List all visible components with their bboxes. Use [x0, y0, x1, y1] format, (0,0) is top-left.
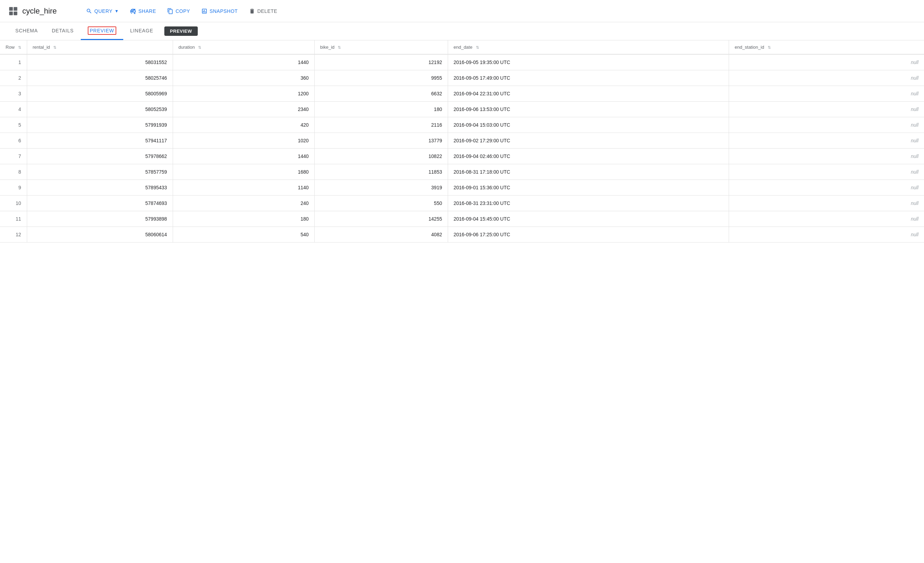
query-label: QUERY	[94, 8, 112, 14]
sort-icon-row: ⇅	[18, 45, 21, 49]
share-label: SHARE	[138, 8, 156, 14]
svg-rect-2	[9, 12, 12, 15]
cell-duration: 420	[172, 117, 314, 133]
table-row: 1580315521440121922016-09-05 19:35:00 UT…	[0, 54, 924, 70]
col-header-bike-id: bike_id ⇅	[314, 40, 448, 54]
cell-end_date: 2016-09-06 13:53:00 UTC	[448, 102, 729, 117]
cell-row: 4	[0, 102, 27, 117]
svg-point-6	[134, 13, 135, 14]
tab-details[interactable]: DETAILS	[45, 22, 81, 40]
cell-end_station_id: null	[729, 227, 924, 243]
copy-icon	[167, 8, 173, 14]
cell-rental_id: 57874693	[27, 196, 172, 211]
cell-end_date: 2016-09-06 17:25:00 UTC	[448, 227, 729, 243]
table-row: 10578746932405502016-08-31 23:31:00 UTCn…	[0, 196, 924, 211]
svg-rect-1	[14, 7, 17, 10]
cell-rental_id: 57993898	[27, 211, 172, 227]
cell-bike_id: 14255	[314, 211, 448, 227]
share-button[interactable]: SHARE	[126, 5, 160, 17]
table-row: 6579411171020137792016-09-02 17:29:00 UT…	[0, 133, 924, 148]
table-row: 957895433114039192016-09-01 15:36:00 UTC…	[0, 180, 924, 196]
svg-rect-3	[14, 12, 17, 15]
delete-button[interactable]: DELETE	[245, 5, 281, 17]
cell-end_date: 2016-09-04 02:46:00 UTC	[448, 148, 729, 164]
cell-rental_id: 58031552	[27, 54, 172, 70]
cell-end_date: 2016-09-05 17:49:00 UTC	[448, 70, 729, 86]
page-title: cycle_hire	[22, 7, 57, 16]
cell-end_station_id: null	[729, 148, 924, 164]
delete-icon	[249, 8, 255, 14]
cell-rental_id: 57978662	[27, 148, 172, 164]
cell-end_station_id: null	[729, 196, 924, 211]
sort-icon-end-station-id: ⇅	[768, 45, 771, 49]
snapshot-icon	[201, 8, 207, 14]
table-row: 25802574636099552016-09-05 17:49:00 UTCn…	[0, 70, 924, 86]
snapshot-button[interactable]: SNAPSHOT	[197, 5, 242, 17]
table-row: 8578577591680118532016-08-31 17:18:00 UT…	[0, 164, 924, 180]
cell-duration: 1140	[172, 180, 314, 196]
data-table-container: Row ⇅ rental_id ⇅ duration ⇅ bike_id ⇅ e…	[0, 40, 924, 243]
query-button[interactable]: QUERY ▼	[82, 5, 123, 17]
cell-duration: 540	[172, 227, 314, 243]
cell-end_date: 2016-09-05 19:35:00 UTC	[448, 54, 729, 70]
header: cycle_hire QUERY ▼ SHARE	[0, 0, 924, 22]
cell-end_station_id: null	[729, 211, 924, 227]
cell-end_station_id: null	[729, 102, 924, 117]
table-row: 45805253923401802016-09-06 13:53:00 UTCn…	[0, 102, 924, 117]
cell-end_date: 2016-09-04 22:31:00 UTC	[448, 86, 729, 102]
col-header-end-station-id: end_station_id ⇅	[729, 40, 924, 54]
cell-duration: 1440	[172, 148, 314, 164]
copy-label: COPY	[176, 8, 190, 14]
table-body: 1580315521440121922016-09-05 19:35:00 UT…	[0, 54, 924, 243]
tab-preview-label: PREVIEW	[88, 27, 116, 35]
cell-duration: 180	[172, 211, 314, 227]
cell-bike_id: 3919	[314, 180, 448, 196]
svg-rect-0	[9, 7, 12, 10]
cell-rental_id: 58052539	[27, 102, 172, 117]
col-header-duration: duration ⇅	[172, 40, 314, 54]
sort-icon-rental-id: ⇅	[53, 45, 56, 49]
col-header-row: Row ⇅	[0, 40, 27, 54]
cell-end_station_id: null	[729, 70, 924, 86]
cell-bike_id: 4082	[314, 227, 448, 243]
cell-end_station_id: null	[729, 180, 924, 196]
col-header-rental-id: rental_id ⇅	[27, 40, 172, 54]
cell-row: 12	[0, 227, 27, 243]
tab-lineage[interactable]: LINEAGE	[123, 22, 160, 40]
tab-preview[interactable]: PREVIEW	[81, 22, 123, 40]
share-icon	[130, 8, 136, 14]
cell-row: 3	[0, 86, 27, 102]
cell-end_date: 2016-09-04 15:45:00 UTC	[448, 211, 729, 227]
table-row: 55799193942021162016-09-04 15:03:00 UTCn…	[0, 117, 924, 133]
cell-row: 6	[0, 133, 27, 148]
cell-rental_id: 57895433	[27, 180, 172, 196]
cell-bike_id: 13779	[314, 133, 448, 148]
cell-end_date: 2016-09-04 15:03:00 UTC	[448, 117, 729, 133]
copy-button[interactable]: COPY	[163, 5, 194, 17]
cell-row: 8	[0, 164, 27, 180]
cell-end_station_id: null	[729, 133, 924, 148]
table-grid-icon	[8, 6, 18, 16]
cell-end_date: 2016-08-31 23:31:00 UTC	[448, 196, 729, 211]
sort-icon-bike-id: ⇅	[338, 45, 341, 49]
data-table: Row ⇅ rental_id ⇅ duration ⇅ bike_id ⇅ e…	[0, 40, 924, 243]
sort-icon-duration: ⇅	[198, 45, 201, 49]
tab-schema[interactable]: SCHEMA	[8, 22, 45, 40]
col-header-end-date: end_date ⇅	[448, 40, 729, 54]
cell-row: 7	[0, 148, 27, 164]
sort-icon-end-date: ⇅	[476, 45, 479, 49]
tabs: SCHEMA DETAILS PREVIEW LINEAGE PREVIEW	[0, 22, 924, 40]
table-row: 1157993898180142552016-09-04 15:45:00 UT…	[0, 211, 924, 227]
cell-duration: 360	[172, 70, 314, 86]
cell-bike_id: 2116	[314, 117, 448, 133]
cell-end_station_id: null	[729, 164, 924, 180]
cell-bike_id: 180	[314, 102, 448, 117]
cell-bike_id: 6632	[314, 86, 448, 102]
cell-bike_id: 12192	[314, 54, 448, 70]
cell-row: 9	[0, 180, 27, 196]
cell-end_station_id: null	[729, 117, 924, 133]
title-group: cycle_hire	[8, 6, 57, 16]
cell-duration: 2340	[172, 102, 314, 117]
cell-bike_id: 9955	[314, 70, 448, 86]
svg-point-5	[131, 11, 132, 12]
